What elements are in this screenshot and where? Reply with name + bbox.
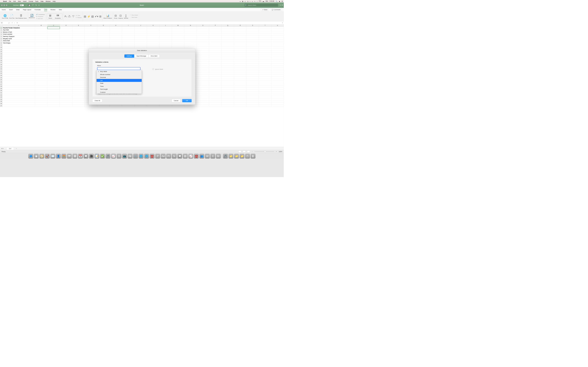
cell[interactable] bbox=[234, 96, 246, 98]
cell[interactable] bbox=[271, 79, 284, 81]
cell[interactable] bbox=[60, 64, 72, 66]
close-window-button[interactable] bbox=[1, 4, 3, 6]
cell[interactable] bbox=[197, 38, 209, 40]
cell[interactable] bbox=[246, 50, 259, 53]
home-icon[interactable]: ⌂ bbox=[26, 4, 27, 6]
cell[interactable] bbox=[259, 79, 271, 81]
cell[interactable] bbox=[60, 72, 72, 75]
cell[interactable] bbox=[246, 103, 259, 105]
cell[interactable] bbox=[47, 92, 60, 94]
tab-insert[interactable]: Insert bbox=[9, 9, 13, 10]
cell[interactable] bbox=[85, 35, 97, 38]
cell[interactable] bbox=[259, 40, 271, 42]
dock-stocks-icon[interactable]: 📈 bbox=[111, 154, 116, 159]
dock-ae-icon[interactable]: Ae bbox=[161, 154, 165, 159]
cell[interactable] bbox=[246, 59, 259, 62]
column-header-J[interactable]: J bbox=[135, 25, 147, 27]
cell[interactable] bbox=[197, 57, 209, 59]
column-header-C[interactable]: C bbox=[47, 25, 60, 27]
subtotal-button[interactable]: ∑Subtotal bbox=[124, 14, 128, 19]
allow-option-any-value[interactable]: Any value bbox=[96, 70, 142, 73]
column-header-N[interactable]: N bbox=[184, 25, 197, 27]
view-page-layout-button[interactable] bbox=[243, 150, 246, 152]
row-header[interactable]: 11 bbox=[0, 48, 2, 50]
row-header[interactable]: 5 bbox=[0, 35, 2, 38]
cell[interactable] bbox=[246, 29, 259, 31]
sort-az-button[interactable]: A↓ bbox=[65, 15, 68, 18]
cell[interactable] bbox=[197, 98, 209, 100]
zoom-in-button[interactable]: ＋ bbox=[276, 151, 277, 152]
column-header-T[interactable]: T bbox=[259, 25, 271, 27]
cell[interactable] bbox=[2, 81, 35, 83]
cell[interactable] bbox=[110, 105, 122, 107]
cell[interactable] bbox=[2, 53, 35, 55]
cell[interactable] bbox=[72, 79, 85, 81]
cell[interactable] bbox=[47, 79, 60, 81]
cell[interactable] bbox=[271, 103, 284, 105]
cell[interactable] bbox=[97, 44, 110, 46]
cell[interactable] bbox=[147, 46, 159, 49]
cell[interactable] bbox=[35, 40, 47, 42]
cell[interactable] bbox=[172, 44, 184, 46]
row-header[interactable]: 16 bbox=[0, 59, 2, 62]
cell[interactable] bbox=[97, 29, 110, 31]
cell[interactable] bbox=[35, 96, 47, 98]
cell[interactable] bbox=[2, 46, 35, 49]
dock-calc-icon[interactable]: 🧮 bbox=[61, 154, 66, 159]
row-header[interactable]: 34 bbox=[0, 98, 2, 100]
cell[interactable] bbox=[209, 68, 222, 70]
cell[interactable] bbox=[271, 57, 284, 59]
cell[interactable] bbox=[222, 81, 234, 83]
cell[interactable] bbox=[234, 46, 246, 49]
cell[interactable] bbox=[60, 79, 72, 81]
cell[interactable] bbox=[259, 92, 271, 94]
cell[interactable] bbox=[110, 46, 122, 49]
cell[interactable] bbox=[72, 94, 85, 96]
cell[interactable] bbox=[197, 85, 209, 87]
battery-icon[interactable]: ▬ bbox=[263, 0, 264, 2]
dock-word-icon[interactable]: W bbox=[205, 154, 210, 159]
cell[interactable] bbox=[60, 75, 72, 77]
cell[interactable] bbox=[234, 31, 246, 33]
cell[interactable] bbox=[234, 50, 246, 53]
save-icon[interactable]: 💾 bbox=[28, 4, 30, 6]
cell[interactable] bbox=[147, 35, 159, 38]
cell[interactable] bbox=[222, 98, 234, 100]
cell[interactable] bbox=[97, 46, 110, 49]
cell[interactable] bbox=[60, 96, 72, 98]
cell[interactable] bbox=[47, 27, 60, 29]
cell[interactable] bbox=[147, 33, 159, 35]
cell[interactable] bbox=[234, 92, 246, 94]
cell[interactable] bbox=[259, 105, 271, 107]
cell[interactable] bbox=[246, 68, 259, 70]
cell[interactable] bbox=[85, 46, 97, 49]
cell[interactable] bbox=[197, 76, 209, 79]
cell[interactable] bbox=[222, 85, 234, 87]
dock-news-icon[interactable]: 📰 bbox=[128, 154, 132, 159]
cell[interactable] bbox=[222, 40, 234, 42]
cell[interactable] bbox=[85, 29, 97, 31]
cell[interactable] bbox=[60, 98, 72, 100]
cell[interactable] bbox=[122, 38, 135, 40]
menu-help[interactable]: Help bbox=[53, 0, 56, 2]
cell[interactable] bbox=[47, 83, 60, 85]
cell[interactable] bbox=[2, 61, 35, 64]
cell[interactable] bbox=[47, 81, 60, 83]
add-sheet-button[interactable]: ＋ bbox=[15, 147, 18, 150]
cell[interactable] bbox=[35, 68, 47, 70]
cell[interactable] bbox=[209, 76, 222, 79]
cell[interactable] bbox=[197, 48, 209, 50]
dock-powerpoint-icon[interactable]: P bbox=[155, 154, 160, 159]
cell[interactable] bbox=[72, 31, 85, 33]
cell[interactable] bbox=[271, 96, 284, 98]
dock-contacts-icon[interactable]: 👤 bbox=[56, 154, 61, 159]
menu-file[interactable]: File bbox=[9, 0, 11, 2]
cell[interactable] bbox=[72, 68, 85, 70]
cell[interactable] bbox=[110, 38, 122, 40]
cell[interactable] bbox=[47, 35, 60, 38]
comments-button[interactable]: 💬 Comments bbox=[270, 8, 282, 11]
column-header-U[interactable]: U bbox=[271, 25, 284, 27]
row-header[interactable]: 33 bbox=[0, 96, 2, 98]
cell[interactable] bbox=[159, 40, 172, 42]
cell[interactable] bbox=[72, 53, 85, 55]
